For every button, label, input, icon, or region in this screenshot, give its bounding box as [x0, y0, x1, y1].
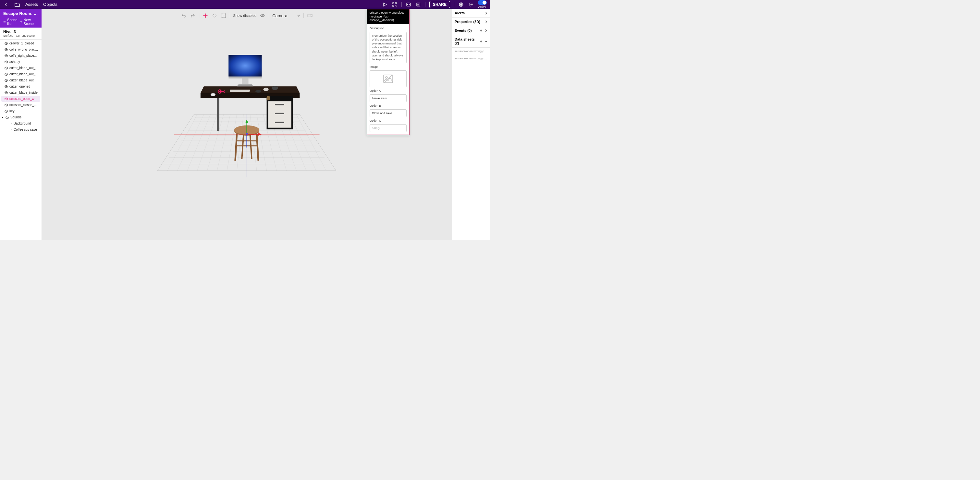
scene-list-tab[interactable]: Scene list: [3, 18, 20, 25]
svg-marker-47: [237, 84, 253, 86]
svg-line-34: [296, 114, 326, 171]
desc-label: Description: [370, 27, 407, 30]
tree-object-item[interactable]: key: [0, 108, 41, 114]
tree-object-item[interactable]: coffe_wrong_placement: [0, 46, 41, 52]
tree-object-item[interactable]: ashtray: [0, 59, 41, 65]
desc-field[interactable]: I remember the section of the occupation…: [370, 32, 407, 63]
sidebar-right: Alerts Properties (3D) Events (0) Data s…: [452, 9, 490, 240]
camera-icon[interactable]: [307, 13, 313, 19]
tree-object-item[interactable]: cutter_opened: [0, 83, 41, 89]
option-c-field[interactable]: empty: [370, 124, 407, 132]
svg-line-20: [187, 114, 210, 171]
tree-object-item[interactable]: cutter_blade_inside: [0, 89, 41, 96]
svg-point-50: [255, 90, 261, 93]
svg-point-49: [263, 87, 268, 91]
svg-rect-55: [267, 96, 270, 100]
svg-point-82: [385, 76, 387, 78]
nav-objects[interactable]: Objects: [43, 2, 57, 7]
image-label: Image: [370, 65, 407, 68]
scene-name: Nivel 3: [3, 30, 38, 34]
move-gizmo-icon[interactable]: [202, 13, 208, 19]
gear-icon[interactable]: [468, 2, 474, 8]
option-c-label: Option C: [370, 119, 407, 122]
project-title: Escape Room: An a...: [3, 11, 38, 16]
tree-object-item[interactable]: drawer_1_closed: [0, 40, 41, 46]
scene-subtitle: Surface - Current Scene: [3, 34, 38, 37]
viewport[interactable]: Show disabled Camera scissors-open-wrong…: [42, 9, 452, 240]
visibility-icon[interactable]: [259, 13, 266, 19]
option-b-label: Option B: [370, 104, 407, 107]
svg-rect-73: [222, 14, 225, 17]
datasheet-panel[interactable]: scissors-open-wrong-place-no-drawer (ox-…: [367, 9, 409, 135]
doc-icon[interactable]: [415, 2, 421, 8]
svg-rect-37: [217, 98, 220, 131]
svg-rect-0: [393, 3, 394, 4]
tree-object-item[interactable]: cutter_blade_out_key_inside_sc...: [0, 65, 41, 71]
datasheets-section[interactable]: Data sheets (2): [452, 35, 490, 48]
scene-tree[interactable]: drawer_1_closedcoffe_wrong_placementcoff…: [0, 40, 41, 240]
nav-assets[interactable]: Assets: [25, 2, 38, 7]
svg-line-18: [167, 114, 197, 171]
svg-line-21: [197, 114, 217, 171]
rotate-gizmo-icon[interactable]: [212, 13, 217, 19]
tree-object-item[interactable]: scissors_closed_wrong_placem...: [0, 102, 41, 108]
svg-point-75: [225, 14, 226, 14]
svg-rect-80: [308, 14, 311, 17]
events-section[interactable]: Events (0): [452, 26, 490, 35]
active-toggle[interactable]: [478, 0, 487, 5]
scale-gizmo-icon[interactable]: [221, 13, 226, 19]
tree-sound-item[interactable]: Background: [0, 120, 41, 127]
tree-object-item[interactable]: coffe_right_placement: [0, 52, 41, 59]
show-disabled-label: Show disabled: [233, 14, 257, 17]
svg-point-74: [222, 14, 222, 14]
svg-point-51: [272, 86, 278, 90]
svg-point-54: [211, 94, 215, 96]
tree-object-item[interactable]: cutter_blade_out_key_inside: [0, 77, 41, 83]
globe-icon[interactable]: [458, 2, 464, 8]
code-icon[interactable]: [406, 2, 412, 8]
folder-icon[interactable]: [14, 2, 20, 8]
camera-dropdown[interactable]: Camera: [272, 13, 300, 18]
active-label: Active: [478, 5, 487, 8]
properties-section[interactable]: Properties (3D): [452, 17, 490, 26]
datasheet-item[interactable]: scissors-open-wrong-place-no-drawer (...: [452, 55, 490, 62]
share-button[interactable]: SHARE: [429, 1, 450, 8]
svg-rect-2: [393, 5, 394, 6]
svg-line-24: [227, 114, 237, 171]
svg-rect-41: [275, 113, 284, 114]
svg-marker-35: [200, 86, 300, 93]
svg-line-19: [178, 114, 204, 171]
tree-object-item[interactable]: cutter_blade_out_key_inside_m...: [0, 71, 41, 77]
svg-point-76: [222, 17, 222, 17]
option-a-label: Option A: [370, 89, 407, 92]
new-scene-button[interactable]: New Scene: [20, 18, 39, 25]
datasheet-item[interactable]: scissors-open-wrong-place-no-drawer (...: [452, 48, 490, 55]
undo-icon[interactable]: [181, 13, 186, 19]
option-a-field[interactable]: Leave as is: [370, 94, 407, 102]
svg-point-72: [213, 14, 216, 17]
option-b-field[interactable]: Close and save: [370, 109, 407, 117]
svg-rect-42: [275, 122, 284, 123]
tree-group[interactable]: Sounds: [0, 114, 41, 120]
image-field[interactable]: [370, 70, 407, 87]
svg-rect-45: [228, 76, 262, 78]
svg-line-58: [235, 134, 237, 161]
svg-line-60: [242, 135, 243, 159]
svg-marker-48: [230, 90, 250, 92]
tree-object-item[interactable]: scissors_open_wrong_placeme...: [1, 96, 40, 102]
tree-sound-item[interactable]: Coffee cup save: [0, 127, 41, 133]
svg-line-22: [207, 114, 224, 171]
svg-line-61: [250, 135, 252, 159]
redo-icon[interactable]: [190, 13, 196, 19]
svg-point-6: [470, 4, 471, 5]
sidebar-left: Escape Room: An a... Scene list New Scen…: [0, 9, 42, 240]
svg-rect-44: [228, 55, 262, 76]
back-icon[interactable]: [3, 2, 9, 8]
top-bar: Assets Objects SHARE Active: [0, 0, 490, 9]
svg-rect-40: [275, 104, 284, 105]
qr-icon[interactable]: [392, 2, 398, 8]
svg-point-77: [225, 17, 226, 17]
alerts-section[interactable]: Alerts: [452, 9, 490, 17]
svg-rect-1: [395, 3, 396, 4]
play-icon[interactable]: [382, 2, 388, 8]
